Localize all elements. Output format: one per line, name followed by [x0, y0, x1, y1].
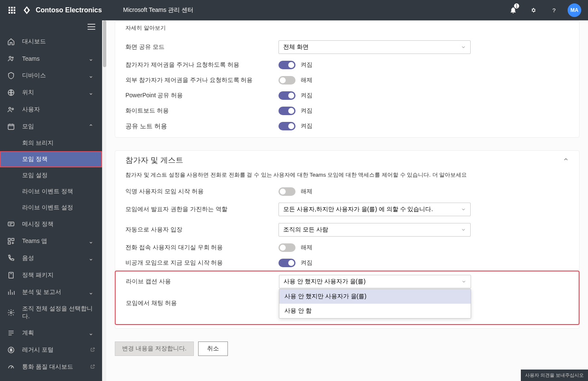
setting-row: 모임에서 발표자 권한을 가진하는 역할모든 사용자,하지만 사용자가 을(를)… — [115, 199, 579, 220]
org-brand: Contoso Electronics — [22, 6, 102, 15]
live-captions-dropdown[interactable]: 사용 안 했지만 사용자가 을(를) — [279, 275, 471, 288]
svg-text:S: S — [10, 348, 12, 352]
toggle-state-text: 해제 — [301, 244, 312, 251]
nav-teams[interactable]: Teams ⌄ — [0, 50, 102, 67]
nav-messaging-policies[interactable]: 메시징 정책 — [0, 216, 102, 233]
nav-meeting-settings[interactable]: 모임 설정 — [0, 167, 102, 183]
toggle[interactable] — [278, 91, 295, 100]
phone-icon — [7, 254, 15, 262]
setting-label: 참가자가 제어권을 주거나 요청하도록 허용 — [125, 61, 270, 69]
home-icon — [7, 37, 15, 46]
sidebar-collapse[interactable] — [0, 20, 102, 33]
user-avatar[interactable]: MA — [568, 3, 581, 17]
settings-button[interactable] — [523, 0, 544, 20]
nav-teams-apps[interactable]: Teams 앱 ⌄ — [0, 233, 102, 250]
setting-label: 익명 사용자의 모임 시작 허용 — [125, 188, 270, 195]
setting-row: 화면 공유 모드전체 화면 — [115, 37, 579, 57]
notifications-button[interactable]: 1 — [503, 0, 523, 20]
help-button[interactable]: ? — [544, 0, 564, 20]
toggle[interactable] — [278, 122, 295, 130]
toggle-state-text: 켜짐 — [301, 107, 312, 115]
nav-live-events-policies[interactable]: 라이브 이벤트 정책 — [0, 183, 102, 200]
nav-live-events-settings[interactable]: 라이브 이벤트 설정 — [0, 200, 102, 216]
chevron-down-icon: ⌄ — [88, 238, 95, 245]
nav-legacy-portal[interactable]: S 레거시 포털 — [0, 341, 102, 358]
nav-label: 계획 — [22, 329, 88, 337]
setting-row: PowerPoint 공유 허용켜짐 — [115, 88, 579, 103]
sidebar-scrollbar[interactable] — [102, 20, 106, 381]
setting-label: 모임에서 발표자 권한을 가진하는 역할 — [125, 206, 270, 213]
dropdown[interactable]: 모든 사용자,하지만 사용자가 을(를) 에 의할 수 있습니다. — [278, 203, 471, 216]
cancel-button[interactable]: 취소 — [198, 341, 228, 356]
toggle[interactable] — [278, 243, 295, 252]
toggle-state-text: 해제 — [301, 188, 312, 195]
setting-label: 라이브 캡션 사용 — [126, 278, 270, 285]
dropdown[interactable]: 조직의 모든 사람 — [278, 223, 471, 237]
toggle[interactable] — [278, 259, 295, 267]
setting-row: 전화 접속 사용자의 대기실 우회 허용해제 — [115, 240, 579, 255]
toggle[interactable] — [278, 76, 295, 85]
setting-label: 모임에서 채팅 허용 — [126, 299, 270, 307]
nav-label: 정책 패키지 — [22, 271, 95, 279]
apps-icon — [7, 237, 15, 246]
dropdown-option[interactable]: 사용 안 했지만 사용자가 을(를) — [279, 289, 471, 304]
org-name: Contoso Electronics — [36, 6, 102, 14]
svg-rect-2 — [88, 26, 95, 27]
nav-meeting-policies[interactable]: 모임 정책 — [0, 151, 102, 167]
svg-rect-14 — [9, 272, 14, 278]
svg-point-8 — [12, 108, 14, 110]
nav-org-wide-settings[interactable]: 조직 전체 설정을 선택합니다. — [0, 301, 102, 325]
nav-planning[interactable]: 계획 ⌄ — [0, 325, 102, 341]
device-icon — [7, 71, 15, 80]
gear-icon — [530, 6, 537, 14]
participants-card: 참가자 및 게스트 참가자 및 게스트 설정을 사용하면 전화로 전화를 걸 수… — [115, 150, 579, 329]
teams-icon — [7, 54, 15, 63]
notif-count: 1 — [514, 3, 519, 8]
svg-rect-13 — [8, 242, 10, 244]
nav-devices[interactable]: 디바이스 ⌄ — [0, 67, 102, 84]
svg-point-15 — [10, 312, 12, 314]
nav-label: 조직 전체 설정을 선택합니다. — [22, 305, 95, 320]
nav-locations[interactable]: 위치 ⌄ — [0, 84, 102, 101]
setting-row: 외부 참가자가 제어권을 주거나 요청하도록 허용해제 — [115, 73, 579, 88]
chevron-down-icon: ⌄ — [88, 89, 95, 96]
nav-label: 위치 — [22, 89, 88, 96]
top-header: Contoso Electronics Microsoft Teams 관리 센… — [0, 0, 588, 20]
nav-voice[interactable]: 음성 ⌄ — [0, 250, 102, 267]
svg-rect-11 — [8, 238, 10, 240]
toggle[interactable] — [278, 107, 295, 115]
dropdown[interactable]: 전체 화면 — [278, 40, 471, 54]
nav-dashboard[interactable]: 대시보드 — [0, 33, 102, 50]
nav-users[interactable]: 사용자 — [0, 101, 102, 118]
nav-call-quality-dashboard[interactable]: 통화 품질 대시보드 — [0, 358, 102, 375]
card-desc: 참가자 및 게스트 설정을 사용하면 전화로 전화를 걸 수 있는 사용자에 대… — [115, 168, 579, 184]
dropdown-option[interactable]: 사용 안 함 — [279, 304, 471, 318]
chevron-down-icon — [461, 207, 466, 212]
card-desc-link[interactable]: 자세히 알아보기 — [125, 25, 166, 31]
nav-label: 통화 품질 대시보드 — [22, 363, 87, 371]
setting-row: 자동으로 사용자 입장조직의 모든 사람 — [115, 220, 579, 240]
dropdown-menu: 사용 안 했지만 사용자가 을(를) 사용 안 함 — [279, 289, 471, 319]
setting-label: 화이트보드 허용 — [125, 107, 270, 115]
setting-live-captions: 라이브 캡션 사용 사용 안 했지만 사용자가 을(를) 사용 안 했지만 사용… — [116, 271, 579, 292]
feedback-button[interactable]: 사용자 의견을 보내주십시오 — [521, 370, 588, 381]
save-button[interactable]: 변경 내용을 저장합니다. — [115, 341, 194, 356]
content-sharing-card: 자세히 알아보기 화면 공유 모드전체 화면참가자가 제어권을 주거나 요청하도… — [115, 20, 579, 138]
toggle-state-text: 켜짐 — [301, 92, 312, 99]
nav-label: 디바이스 — [22, 72, 88, 79]
nav-meetings[interactable]: 모임 ⌃ — [0, 118, 102, 135]
svg-rect-3 — [88, 29, 95, 30]
collapse-card-button[interactable] — [563, 156, 569, 164]
app-launcher-button[interactable] — [3, 2, 20, 19]
chevron-up-icon: ⌃ — [88, 123, 95, 130]
nav-policy-packages[interactable]: 정책 패키지 — [0, 267, 102, 284]
toggle[interactable] — [278, 61, 295, 69]
waffle-icon — [9, 7, 15, 14]
setting-row: 비공개 모임으로 지금 모임 시작 허용켜짐 — [115, 255, 579, 271]
sidebar: 대시보드 Teams ⌄ 디바이스 ⌄ 위치 ⌄ 사용자 모임 ⌃ 회의 브리지… — [0, 20, 102, 381]
nav-conference-bridges[interactable]: 회의 브리지 — [0, 135, 102, 151]
setting-label: 공유 노트 허용 — [125, 122, 270, 130]
nav-analytics[interactable]: 분석 및 보고서 ⌄ — [0, 284, 102, 301]
external-link-icon — [90, 364, 95, 370]
toggle[interactable] — [278, 187, 295, 196]
